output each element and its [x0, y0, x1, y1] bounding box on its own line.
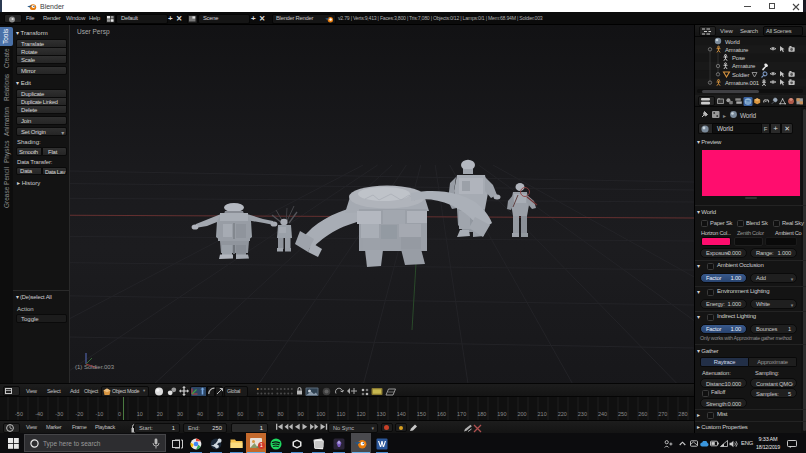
svg-text:▸: ▸ — [723, 113, 726, 119]
svg-text:World: World — [740, 112, 756, 119]
